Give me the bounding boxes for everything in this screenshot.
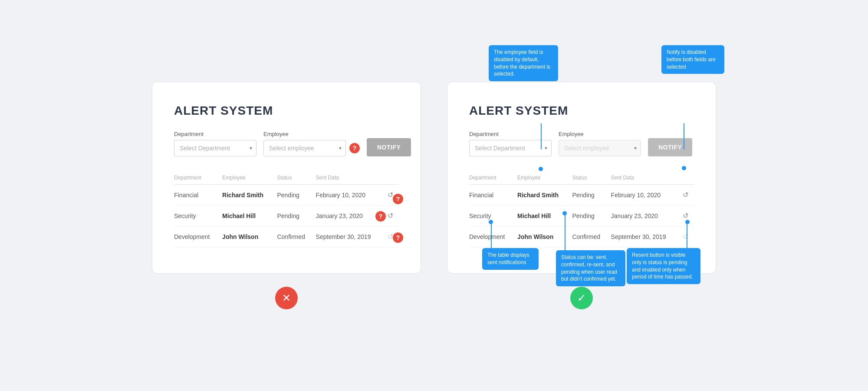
left-row2-help-icon[interactable]: ?: [375, 211, 386, 222]
wrong-icon: ✕: [275, 287, 298, 309]
left-panel: ALERT SYSTEM Department Select Departmen…: [152, 82, 421, 274]
right-emp-label: Employee: [559, 131, 641, 137]
right-panel-title: ALERT SYSTEM: [469, 104, 694, 118]
tooltip-employee-dot: [539, 167, 543, 171]
right-table-header-row: Department Employee Status Sent Data: [469, 172, 694, 185]
right-cell-date: February 10, 2020: [611, 185, 683, 205]
left-emp-wrapper: Select employee ▾ ?: [263, 140, 360, 156]
left-emp-select-wrap: Select employee ▾: [263, 140, 346, 156]
tooltip-employee-line: [541, 123, 542, 149]
left-notify-button[interactable]: NOTIFY: [367, 138, 411, 156]
left-dept-select[interactable]: Select Department: [174, 140, 256, 156]
tooltip-notify-dot: [682, 166, 686, 170]
left-col-sent: Sent Data: [316, 172, 388, 185]
right-notify-button[interactable]: NOTIFY: [648, 138, 692, 156]
left-form-row: Department Select Department ▾ Employee …: [174, 131, 399, 156]
left-table-area: Department Employee Status Sent Data Fin…: [174, 172, 399, 247]
left-table-row: Financial Richard Smith Pending February…: [174, 185, 399, 205]
tooltip-table-info: The table displays sent notifications: [482, 248, 539, 270]
right-resend-button[interactable]: ↺: [683, 232, 688, 241]
left-dept-label: Department: [174, 131, 256, 137]
left-cell-dept: Financial: [174, 185, 222, 205]
left-bottom-help-icon[interactable]: ?: [393, 232, 403, 243]
tooltip-status-dot: [562, 211, 567, 215]
left-table-header-row: Department Employee Status Sent Data: [174, 172, 399, 185]
right-icon: ✓: [570, 287, 593, 309]
left-cell-date: February 10, 2020: [316, 185, 388, 205]
right-table-row: Development John Wilson Confirmed Septem…: [469, 226, 694, 247]
left-col-emp: Employee: [222, 172, 277, 185]
right-dept-select-wrap: Select Department ▾: [469, 140, 552, 156]
right-cell-emp: Michael Hill: [517, 205, 572, 226]
left-cell-action: ↺: [388, 205, 399, 226]
right-cell-action: ↺: [683, 185, 694, 205]
right-resend-button[interactable]: ↺: [683, 212, 688, 220]
tooltip-table-line: [491, 222, 492, 248]
tooltip-notify-button: Notify is disabled before both fields ar…: [661, 45, 724, 74]
right-cell-emp: Richard Smith: [517, 185, 572, 205]
right-dept-select[interactable]: Select Department: [469, 140, 552, 156]
left-table-row: Security Michael Hill Pending January 23…: [174, 205, 399, 226]
left-cell-status: Pending: [277, 205, 316, 226]
left-resend-button[interactable]: ↺: [388, 212, 393, 220]
right-emp-field: Employee Select employee ▾: [559, 131, 641, 156]
left-employee-help-icon[interactable]: ?: [349, 143, 360, 153]
right-cell-action: ↺: [683, 226, 694, 247]
left-emp-label: Employee: [263, 131, 360, 137]
right-cell-status: Pending: [572, 205, 611, 226]
right-cell-status: Pending: [572, 185, 611, 205]
tooltip-status-info: Status can be: sent, confirmed, re-sent,…: [556, 250, 625, 286]
left-cell-emp: Richard Smith: [222, 185, 277, 205]
right-cell-emp: John Wilson: [517, 226, 572, 247]
left-table-head: Department Employee Status Sent Data: [174, 172, 399, 185]
left-emp-select[interactable]: Select employee: [263, 140, 346, 156]
right-panel: The employee field is disabled by defaul…: [447, 82, 716, 274]
right-col-emp: Employee: [517, 172, 572, 185]
tooltip-table-wrapper: The table displays sent notifications: [482, 248, 539, 270]
left-dept-select-wrap: Select Department ▾: [174, 140, 256, 156]
left-cell-date: September 30, 2019: [316, 226, 388, 247]
left-col-dept: Department: [174, 172, 222, 185]
right-dept-field: Department Select Department ▾: [469, 131, 552, 156]
left-col-action: [388, 172, 399, 185]
right-col-sent: Sent Data: [611, 172, 683, 185]
right-panel-wrapper: The employee field is disabled by defaul…: [447, 82, 716, 309]
left-cell-emp: John Wilson: [222, 226, 277, 247]
right-cell-status: Confirmed: [572, 226, 611, 247]
left-panel-wrapper: ALERT SYSTEM Department Select Departmen…: [152, 82, 421, 309]
right-table-area: Department Employee Status Sent Data Fin…: [469, 172, 694, 247]
right-col-action: [683, 172, 694, 185]
left-cell-status: Pending: [277, 185, 316, 205]
right-dept-label: Department: [469, 131, 552, 137]
left-cell-status: Confirmed: [277, 226, 316, 247]
right-emp-select[interactable]: Select employee: [559, 140, 641, 156]
left-data-table: Department Employee Status Sent Data Fin…: [174, 172, 399, 247]
right-cell-dept: Development: [469, 226, 517, 247]
right-emp-select-wrap: Select employee ▾: [559, 140, 641, 156]
right-col-dept: Department: [469, 172, 517, 185]
tooltip-status-line: [565, 213, 566, 250]
tooltip-table-dot: [489, 220, 493, 224]
left-dept-field: Department Select Department ▾: [174, 131, 256, 156]
right-table-row: Financial Richard Smith Pending February…: [469, 185, 694, 205]
main-container: ALERT SYSTEM Department Select Departmen…: [152, 82, 716, 309]
tooltip-resend-dot: [685, 220, 690, 224]
tooltip-employee-field: The employee field is disabled by defaul…: [489, 45, 558, 81]
right-cell-date: September 30, 2019: [611, 226, 683, 247]
right-cell-date: January 23, 2020: [611, 205, 683, 226]
left-cell-dept: Development: [174, 226, 222, 247]
tooltip-resend-wrapper: Resent button is visible only is status …: [627, 248, 700, 284]
left-table-body: Financial Richard Smith Pending February…: [174, 185, 399, 247]
left-table-row: Development John Wilson Confirmed Septem…: [174, 226, 399, 247]
tooltip-status-wrapper: Status can be: sent, confirmed, re-sent,…: [556, 250, 625, 286]
left-row1-help-icon[interactable]: ?: [393, 194, 403, 204]
right-cell-dept: Financial: [469, 185, 517, 205]
left-emp-field: Employee Select employee ▾ ?: [263, 131, 360, 156]
right-resend-button[interactable]: ↺: [683, 191, 688, 199]
tooltip-notify-line: [684, 123, 684, 149]
right-col-status: Status: [572, 172, 611, 185]
left-cell-emp: Michael Hill: [222, 205, 277, 226]
right-data-table: Department Employee Status Sent Data Fin…: [469, 172, 694, 247]
left-panel-title: ALERT SYSTEM: [174, 104, 399, 118]
right-form-row: Department Select Department ▾ Employee …: [469, 131, 694, 156]
